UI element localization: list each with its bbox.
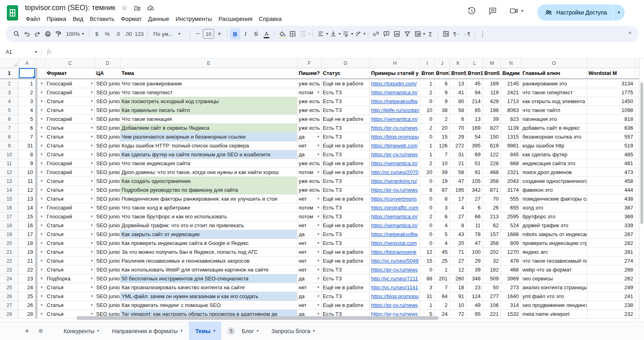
cell-A20[interactable]: 18	[19, 239, 35, 248]
format-currency-button[interactable]: $	[92, 28, 102, 39]
filter-views-icon[interactable]	[413, 28, 423, 39]
text-wrap-button[interactable]	[341, 28, 351, 39]
cell-P6[interactable]: 818	[587, 115, 636, 124]
cell-F19[interactable]: да▼	[297, 230, 322, 239]
cell-K3[interactable]: 41	[450, 88, 466, 97]
cell-F3[interactable]: потом▼	[297, 88, 322, 97]
cell-H2[interactable]: https://topodin.com/	[370, 79, 420, 88]
cell-B11[interactable]: ▼	[37, 159, 45, 168]
dropdown-icon[interactable]: ▼	[89, 215, 93, 218]
cell-E4[interactable]: Как посмотреть исходный код страницы	[120, 97, 297, 106]
cell-O27[interactable]: seo продвижение лендинга	[521, 301, 587, 310]
select-all-corner[interactable]	[0, 59, 19, 68]
cell-link[interactable]: https://timeweb.com	[371, 143, 418, 149]
cell-G23[interactable]: Есть ТЗ	[322, 265, 370, 274]
cell-N5[interactable]: 8063	[501, 106, 521, 115]
cell-K14[interactable]: 195	[450, 186, 466, 195]
dropdown-icon[interactable]: ▼	[89, 108, 93, 112]
dropdown-icon[interactable]: ▼	[89, 232, 93, 236]
cell-F2[interactable]: уже есть▼	[297, 79, 322, 88]
cell-E21[interactable]: За что можно получить бан в Яндексе, поп…	[120, 248, 297, 257]
create-filter-icon[interactable]	[402, 28, 413, 39]
sheets-logo-icon[interactable]	[7, 5, 18, 21]
cell-O23[interactable]: webp что за формат	[521, 265, 587, 274]
cell-G10[interactable]: Есть ТЗ	[322, 150, 370, 159]
cell-D21[interactable]: SEO junior▼	[95, 248, 120, 257]
cell-Q12[interactable]	[636, 168, 639, 177]
cell-M20[interactable]: 358	[483, 239, 501, 248]
cell-M8[interactable]: 150	[483, 133, 501, 141]
cell-J2[interactable]: 6	[435, 79, 450, 88]
cell-O8[interactable]: безанкорная ссылка это	[521, 133, 587, 141]
cell-A18[interactable]: 16	[19, 221, 35, 230]
cell-O2[interactable]: ранжирование это	[521, 79, 587, 88]
cell-I4[interactable]: 0	[420, 97, 435, 106]
cell-C21[interactable]: Статья▼	[45, 248, 95, 257]
cell-Q1[interactable]	[636, 68, 639, 78]
cell-Q2[interactable]	[636, 79, 639, 88]
print-icon[interactable]	[43, 28, 53, 39]
name-box[interactable]: A1 ▾	[0, 49, 41, 55]
cell-D20[interactable]: SEO junior▼	[95, 239, 120, 248]
cell-F12[interactable]: потом▼	[297, 168, 322, 177]
cell-P15[interactable]: 438	[587, 195, 636, 203]
cell-B1[interactable]	[37, 68, 45, 78]
cell-C23[interactable]: Статья▼	[45, 265, 95, 274]
dropdown-icon[interactable]: ▼	[316, 224, 320, 227]
cell-K19[interactable]: 43	[450, 230, 466, 239]
cell-K7[interactable]: 70	[450, 124, 466, 133]
row-header-24[interactable]: 24	[0, 274, 19, 283]
menu-3[interactable]: Вставить	[87, 15, 118, 23]
cell-I6[interactable]: 0	[420, 115, 435, 124]
sheet-tab-caret-icon[interactable]: ▾	[181, 329, 183, 333]
column-header-A[interactable]: A	[19, 59, 35, 68]
cell-P26[interactable]: 241	[587, 292, 636, 301]
cell-G7[interactable]: Есть ТЗ	[322, 124, 370, 133]
cell-F9[interactable]: нет▼	[297, 141, 322, 150]
italic-button[interactable]: I	[240, 28, 251, 39]
cell-F26[interactable]: да▼	[297, 292, 322, 301]
cell-N15[interactable]: 555	[501, 195, 521, 203]
cell-K26[interactable]: 91	[450, 292, 466, 301]
cell-K9[interactable]: 272	[450, 141, 466, 150]
cell-K17[interactable]: 27	[450, 212, 466, 221]
cell-N9[interactable]: 9981	[501, 141, 521, 150]
cell-J19[interactable]: 5	[435, 230, 450, 239]
cell-link[interactable]: https://semantica.in/	[371, 160, 418, 166]
cell-I14[interactable]: 8	[420, 186, 435, 195]
dropdown-icon[interactable]: ▼	[39, 91, 43, 94]
insert-chart-icon[interactable]	[392, 28, 402, 39]
dropdown-icon[interactable]: ▼	[316, 277, 320, 280]
comments-icon[interactable]	[488, 6, 497, 15]
cell-G9[interactable]: Ещё не в работе	[322, 141, 370, 150]
cell-M21[interactable]: 202	[483, 248, 501, 257]
cell-H5[interactable]: http://iklife.ru/sozdan	[370, 106, 420, 115]
dropdown-icon[interactable]: ▼	[316, 144, 320, 147]
cell-B16[interactable]: ▼	[37, 203, 45, 212]
dropdown-icon[interactable]: ▼	[89, 153, 93, 156]
cell-K24[interactable]: 260	[450, 274, 466, 283]
cell-I21[interactable]: 12	[420, 248, 435, 257]
cell-link[interactable]: https://serpstat.com	[371, 240, 417, 246]
dropdown-icon[interactable]: ▼	[316, 312, 320, 316]
row-header-12[interactable]: 12	[0, 168, 19, 177]
horizontal-scrollbar[interactable]	[0, 316, 639, 320]
dropdown-icon[interactable]: ▼	[316, 206, 320, 209]
cell-E26[interactable]: YML-файл: зачем он нужен магазинам и как…	[120, 292, 297, 301]
row-header-27[interactable]: 27	[0, 301, 19, 310]
cell-N6[interactable]: 823	[501, 115, 521, 124]
column-header-L[interactable]: L	[466, 59, 483, 68]
cell-B24[interactable]: ▼	[37, 274, 45, 283]
cell-link[interactable]: https://pr-cy.ru/news	[371, 125, 418, 131]
vertical-scrollbar[interactable]	[639, 59, 644, 321]
cell-L2[interactable]: 45	[466, 79, 483, 88]
dropdown-icon[interactable]: ▼	[39, 303, 43, 307]
cell-C18[interactable]: Статья▼	[45, 221, 95, 230]
cell-J25[interactable]: 7	[435, 283, 450, 292]
dropdown-icon[interactable]: ▼	[316, 135, 320, 139]
cell-F14[interactable]: уже есть▼	[297, 186, 322, 195]
row-header-19[interactable]: 19	[0, 230, 19, 239]
version-history-icon[interactable]	[467, 6, 476, 15]
dropdown-icon[interactable]: ▼	[89, 303, 93, 307]
table-arrows-icon[interactable]	[441, 28, 451, 39]
